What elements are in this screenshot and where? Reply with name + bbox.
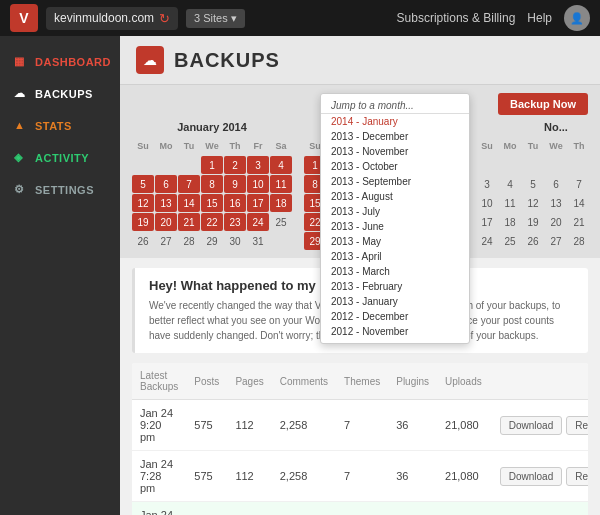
calendar-day-cell — [476, 156, 498, 174]
sidebar-item-settings[interactable]: ⚙ Settings — [0, 174, 120, 206]
table-header-row: Latest Backups Posts Pages Comments Them… — [132, 363, 588, 400]
cell-actions: Download Restore — [490, 400, 588, 451]
calendar-day-cell[interactable]: 5 — [132, 175, 154, 193]
dropdown-item-dec2012[interactable]: 2012 - December — [321, 309, 469, 324]
calendar-day-cell[interactable]: 21 — [178, 213, 200, 231]
calendar-day-cell[interactable]: 2 — [224, 156, 246, 174]
dropdown-item-may2013[interactable]: 2013 - May — [321, 234, 469, 249]
dropdown-item-jan2014[interactable]: 2014 - January — [321, 114, 469, 129]
activity-icon: ◈ — [14, 151, 28, 165]
calendar-day-cell[interactable]: 3 — [247, 156, 269, 174]
calendar-day-header: Su — [476, 137, 498, 155]
calendar-day-cell[interactable]: 23 — [224, 213, 246, 231]
calendar-day-cell[interactable]: 24 — [247, 213, 269, 231]
dropdown-item-feb2013[interactable]: 2013 - February — [321, 279, 469, 294]
backup-now-button[interactable]: Backup Now — [498, 93, 588, 115]
calendar-day-cell[interactable]: 4 — [270, 156, 292, 174]
calendar-day-cell[interactable]: 7 — [178, 175, 200, 193]
sidebar-label-settings: Settings — [35, 184, 94, 196]
sidebar-item-activity[interactable]: ◈ ActiviTY — [0, 142, 120, 174]
restore-button[interactable]: Restore — [566, 416, 588, 435]
jump-to-month-dropdown[interactable]: Jump to a month... 2014 - January 2013 -… — [320, 93, 470, 344]
help-link[interactable]: Help — [527, 11, 552, 25]
site-selector[interactable]: kevinmuldoon.com ↻ — [46, 7, 178, 30]
main-layout: ▦ Dashboard ☁ Backups ▲ Stats ◈ ActiviTY… — [0, 36, 600, 515]
dropdown-item-nov2012[interactable]: 2012 - November — [321, 324, 469, 339]
dropdown-item-jun2013[interactable]: 2013 - June — [321, 219, 469, 234]
backups-header-icon: ☁ — [136, 46, 164, 74]
topbar-right: Subscriptions & Billing Help 👤 — [397, 5, 590, 31]
calendar-day-cell[interactable]: 11 — [270, 175, 292, 193]
cell-date: Jan 24 7:28 pm — [132, 451, 186, 502]
calendar-day-header: Fr — [247, 137, 269, 155]
sidebar-item-backups[interactable]: ☁ Backups — [0, 78, 120, 110]
backups-table-wrapper: Latest Backups Posts Pages Comments Them… — [132, 363, 588, 515]
user-avatar[interactable]: 👤 — [564, 5, 590, 31]
calendar-day-cell[interactable]: 1 — [201, 156, 223, 174]
page-title: BACKUPS — [174, 49, 280, 72]
calendar-day-cell[interactable]: 22 — [201, 213, 223, 231]
calendar-day-cell: 28 — [178, 232, 200, 250]
calendar-day-header: We — [545, 137, 567, 155]
calendar-day-header: Mo — [155, 137, 177, 155]
sidebar: ▦ Dashboard ☁ Backups ▲ Stats ◈ ActiviTY… — [0, 36, 120, 515]
calendar-day-cell[interactable]: 14 — [178, 194, 200, 212]
cell-plugins: 36 — [388, 451, 437, 502]
dropdown-item-nov2013[interactable]: 2013 - November — [321, 144, 469, 159]
sites-button[interactable]: 3 Sites ▾ — [186, 9, 245, 28]
cell-comments: 2,258 — [272, 502, 336, 516]
calendar-day-cell[interactable]: 12 — [132, 194, 154, 212]
sync-icon: ↻ — [159, 11, 170, 26]
sidebar-item-dashboard[interactable]: ▦ Dashboard — [0, 46, 120, 78]
calendar-day-cell: 30 — [224, 232, 246, 250]
calendar-day-cell[interactable]: 9 — [224, 175, 246, 193]
calendar-day-cell[interactable]: 10 — [247, 175, 269, 193]
dropdown-item-dec2013[interactable]: 2013 - December — [321, 129, 469, 144]
calendar-day-cell[interactable]: 19 — [132, 213, 154, 231]
topbar: V kevinmuldoon.com ↻ 3 Sites ▾ Subscript… — [0, 0, 600, 36]
restore-button[interactable]: Restore — [566, 467, 588, 486]
calendar-2: No...SuMoTuWeThFrSa123456789101112131415… — [476, 121, 588, 250]
calendar-day-cell[interactable]: 20 — [155, 213, 177, 231]
calendar-day-cell: 21 — [568, 213, 588, 231]
calendar-day-cell — [132, 156, 154, 174]
calendar-day-cell: 13 — [545, 194, 567, 212]
calendar-day-cell[interactable]: 17 — [247, 194, 269, 212]
calendar-grid-2: SuMoTuWeThFrSa12345678910111213141516171… — [476, 137, 588, 250]
calendar-day-cell[interactable]: 8 — [201, 175, 223, 193]
calendar-day-cell: 27 — [155, 232, 177, 250]
subscriptions-link[interactable]: Subscriptions & Billing — [397, 11, 516, 25]
cell-uploads: 21,080 — [437, 451, 490, 502]
table-row: Jan 24 6:20 pm 575 112 2,258 7 36 21,080… — [132, 502, 588, 516]
settings-icon: ⚙ — [14, 183, 28, 197]
dropdown-item-aug2013[interactable]: 2013 - August — [321, 189, 469, 204]
calendar-day-header: Tu — [522, 137, 544, 155]
dropdown-item-oct2013[interactable]: 2013 - October — [321, 159, 469, 174]
download-button[interactable]: Download — [500, 416, 562, 435]
calendar-day-cell: 11 — [499, 194, 521, 212]
dropdown-item-jul2013[interactable]: 2013 - July — [321, 204, 469, 219]
dropdown-item-sep2013[interactable]: 2013 - September — [321, 174, 469, 189]
calendar-day-header: Th — [568, 137, 588, 155]
calendar-day-cell[interactable]: 6 — [155, 175, 177, 193]
download-button[interactable]: Download — [500, 467, 562, 486]
dropdown-item-apr2013[interactable]: 2013 - April — [321, 249, 469, 264]
calendar-day-cell[interactable]: 18 — [270, 194, 292, 212]
cell-actions: Download Restore — [490, 502, 588, 516]
dropdown-item-mar2013[interactable]: 2013 - March — [321, 264, 469, 279]
dropdown-item-jan2013[interactable]: 2013 - January — [321, 294, 469, 309]
table-row: Jan 24 9:20 pm 575 112 2,258 7 36 21,080… — [132, 400, 588, 451]
calendar-day-header: We — [201, 137, 223, 155]
calendar-day-cell[interactable]: 13 — [155, 194, 177, 212]
cell-pages: 112 — [227, 400, 271, 451]
cell-posts: 575 — [186, 451, 227, 502]
vaultpress-logo: V — [10, 4, 38, 32]
backups-table-section: Latest Backups Posts Pages Comments Them… — [120, 363, 600, 515]
sidebar-item-stats[interactable]: ▲ Stats — [0, 110, 120, 142]
calendar-day-cell[interactable]: 15 — [201, 194, 223, 212]
calendar-grid-0: SuMoTuWeThFrSa12345678910111213141516171… — [132, 137, 292, 250]
calendar-day-cell: 10 — [476, 194, 498, 212]
calendar-day-cell: 24 — [476, 232, 498, 250]
cell-themes: 7 — [336, 400, 388, 451]
calendar-day-cell[interactable]: 16 — [224, 194, 246, 212]
